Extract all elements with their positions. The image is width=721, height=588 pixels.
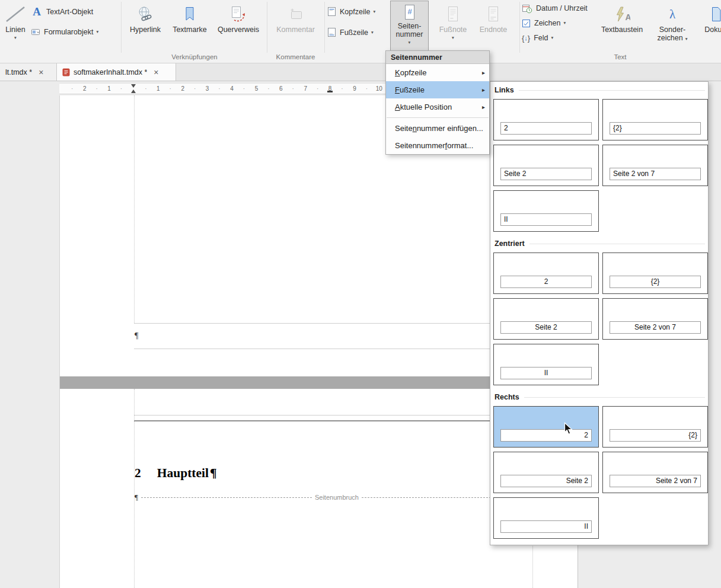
page-break-label: Seitenumbruch — [312, 494, 362, 501]
textmarke-label: Textmarke — [173, 25, 207, 34]
querverweis-label: Querverweis — [218, 25, 259, 34]
tab-close-icon[interactable]: × — [39, 68, 43, 76]
page-number-style-zentriert-2[interactable]: Seite 2 — [493, 298, 599, 340]
page-number-style-links-0[interactable]: 2 — [493, 99, 599, 140]
formular-object-button[interactable]: Formularobjekt ▾ — [31, 24, 98, 40]
textbaustein-label: Textbaustein — [601, 25, 643, 34]
section-border-line — [134, 420, 532, 421]
section-rule — [519, 90, 705, 91]
calendar-clock-icon — [522, 4, 532, 14]
gallery-grid: 2{2}Seite 2Seite 2 von 7II — [493, 253, 706, 385]
gallery-section-title-1: Zentriert — [495, 239, 525, 248]
page-number-preview-text: II — [500, 367, 592, 379]
feld-icon: {↓} — [522, 34, 530, 43]
chevron-down-icon: ▾ — [563, 21, 566, 25]
kopfzeile-button[interactable]: Kopfzeile ▾ — [327, 5, 375, 18]
textart-object-button[interactable]: A TextArt-Objekt — [31, 4, 93, 20]
querverweis-button[interactable]: Querverweis — [211, 1, 266, 51]
page-number-style-zentriert-4[interactable]: II — [493, 344, 599, 385]
chevron-down-icon: ▾ — [452, 36, 454, 40]
document-tab-active[interactable]: softmakerInhalt.tmdx * × — [57, 63, 176, 81]
seitennummer-menu: Seitennummer Kopfzeile▸Fußzeile▸Aktuelle… — [385, 50, 490, 155]
page-number-preview-text: {2} — [610, 276, 701, 288]
page-number-preview-text: Seite 2 — [500, 321, 592, 334]
svg-text:#: # — [407, 7, 412, 16]
page-number-preview-text: 2 — [500, 276, 592, 288]
page-number-style-links-1[interactable]: {2} — [602, 99, 708, 140]
page-number-style-zentriert-1[interactable]: {2} — [602, 253, 708, 294]
zeichen-button[interactable]: Zeichen ▾ — [522, 17, 566, 29]
page-number-style-links-3[interactable]: Seite 2 von 7 — [602, 145, 708, 186]
seitennummer-menu-items: Kopfzeile▸Fußzeile▸Aktuelle Position▸Sei… — [386, 64, 489, 154]
page-number-style-zentriert-0[interactable]: 2 — [493, 253, 599, 294]
fusszeile-label: Fußzeile — [340, 28, 368, 37]
tab-label: softmakerInhalt.tmdx * — [74, 68, 147, 76]
dokument-button[interactable]: Dokum — [698, 1, 721, 51]
page-number-style-rechts-2[interactable]: Seite 2 — [493, 452, 599, 493]
document-file-icon — [710, 3, 721, 25]
ruler-number: 6 — [269, 84, 293, 94]
gallery-section-header: Links — [495, 85, 705, 95]
submenu-arrow-icon: ▸ — [482, 98, 485, 116]
gallery-empty-cell — [602, 497, 708, 539]
textart-label: TextArt-Objekt — [46, 8, 93, 16]
page-number-preview-text: {2} — [610, 122, 701, 135]
page-number-style-rechts-0[interactable]: 2 — [493, 406, 599, 448]
seitennummer-button[interactable]: # Seiten- nummer ▾ — [390, 1, 429, 51]
section-rule — [524, 397, 705, 398]
bookmark-icon — [184, 3, 195, 25]
page-number-preview-text: Seite 2 — [500, 168, 592, 180]
textbaustein-button[interactable]: A Textbaustein — [596, 1, 647, 51]
ruler-cells: 2112345678910 — [72, 84, 391, 94]
menu-item-5[interactable]: Seitennummerformat... — [386, 137, 489, 154]
linien-label: Linien — [5, 25, 25, 34]
header-boundary-line — [134, 415, 532, 416]
group-separator — [267, 2, 267, 53]
linien-button[interactable]: Linien ▾ — [1, 1, 30, 51]
page-number-style-zentriert-3[interactable]: Seite 2 von 7 — [602, 298, 708, 340]
ruler-number: 3 — [195, 84, 219, 94]
page-number-preview-text: Seite 2 von 7 — [610, 168, 701, 180]
page-number-style-rechts-4[interactable]: II — [493, 497, 599, 539]
datum-uhrzeit-button[interactable]: Datum / Uhrzeit — [522, 2, 588, 14]
menu-item-0[interactable]: Kopfzeile▸ — [386, 64, 489, 81]
ruler-number: 2 — [171, 84, 195, 94]
page-break-indicator: ¶ Seitenumbruch — [135, 493, 532, 501]
header-icon — [327, 7, 336, 17]
gallery-empty-cell — [602, 190, 708, 232]
sonderzeichen-button[interactable]: λ Sonder- zeichen▾ — [650, 1, 695, 51]
textart-icon: A — [31, 5, 43, 18]
group-separator — [519, 2, 520, 53]
feld-button[interactable]: {↓} Feld ▾ — [522, 32, 553, 44]
page-number-icon: # — [403, 3, 417, 22]
svg-text:A: A — [33, 5, 41, 18]
document-tab-inactive[interactable]: lt.tmdx * × — [0, 63, 57, 81]
ruler-number: 1 — [97, 84, 121, 94]
gallery-grid: 2{2}Seite 2Seite 2 von 7II — [493, 99, 706, 232]
ribbon-group-label-text: Text — [519, 53, 721, 60]
page-number-style-rechts-3[interactable]: Seite 2 von 7 — [602, 452, 708, 493]
menu-item-2[interactable]: Aktuelle Position▸ — [386, 98, 489, 116]
left-indent-marker[interactable] — [131, 90, 136, 93]
chevron-down-icon: ▾ — [371, 30, 374, 35]
menu-item-1[interactable]: Fußzeile▸ — [386, 81, 489, 98]
kopfzeile-label: Kopfzeile — [340, 8, 370, 16]
page-number-preview-text: {2} — [610, 429, 701, 442]
page-number-style-links-2[interactable]: Seite 2 — [493, 145, 599, 186]
tab-close-icon[interactable]: × — [154, 68, 158, 76]
text-snippet-icon: A — [614, 3, 630, 25]
hyperlink-button[interactable]: Hyperlink — [122, 1, 168, 51]
tab-stop-marker[interactable] — [327, 91, 333, 92]
first-line-indent-marker[interactable] — [131, 84, 136, 88]
gallery-empty-cell — [602, 344, 708, 385]
fusszeile-button[interactable]: Fußzeile ▾ — [327, 26, 374, 39]
page-number-style-rechts-1[interactable]: {2} — [602, 406, 708, 448]
page-number-preview-text: 2 — [500, 122, 592, 135]
page-number-preview-text: Seite 2 — [500, 475, 592, 487]
gallery-section-header: Zentriert — [495, 239, 705, 248]
ruler-number: 9 — [342, 84, 366, 94]
page-number-style-links-4[interactable]: II — [493, 190, 599, 232]
textmarke-button[interactable]: Textmarke — [168, 1, 211, 51]
menu-item-4[interactable]: Seitennummer einfügen... — [386, 120, 489, 137]
footnote-icon — [446, 3, 460, 25]
